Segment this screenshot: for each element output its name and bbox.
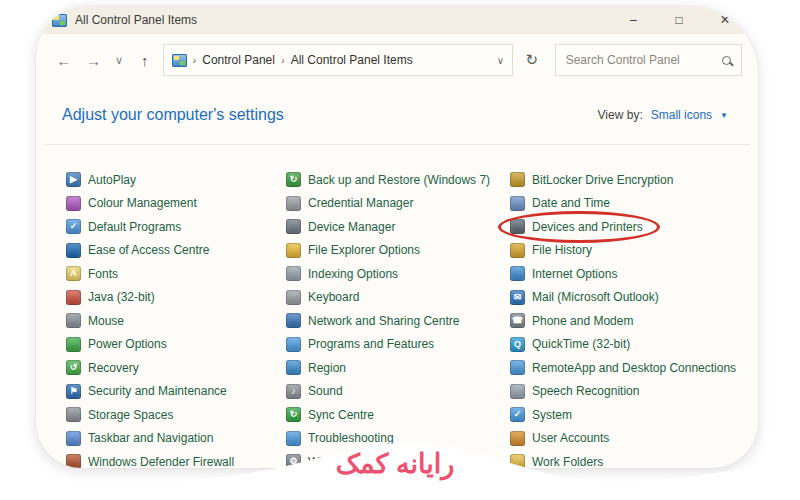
backup-restore-icon: ↻ (286, 172, 301, 187)
control-panel-item[interactable]: ↻Back up and Restore (Windows 7) (286, 172, 510, 187)
control-panel-item[interactable]: ✉Mail (Microsoft Outlook) (510, 290, 736, 305)
search-icon[interactable] (722, 56, 731, 65)
control-panel-item[interactable]: QQuickTime (32-bit) (510, 337, 736, 352)
navigation-bar: ← → ∨ ↑ › Control Panel › All Control Pa… (36, 40, 758, 80)
breadcrumb-all-items[interactable]: All Control Panel Items (291, 53, 413, 67)
close-button[interactable]: × (702, 6, 748, 34)
ease-of-access-icon (66, 243, 81, 258)
control-panel-item[interactable]: ☎Phone and Modem (510, 313, 736, 328)
item-label: Default Programs (88, 220, 181, 234)
network-sharing-icon (286, 313, 301, 328)
item-label: Internet Options (532, 267, 617, 281)
devices-printers-icon (510, 219, 525, 234)
control-panel-item[interactable]: ✓Default Programs (66, 219, 286, 234)
region-icon (286, 360, 301, 375)
search-input[interactable] (566, 53, 722, 67)
control-panel-item[interactable]: Mouse (66, 313, 286, 328)
chevron-down-icon[interactable]: ▼ (720, 111, 728, 120)
item-label: File History (532, 243, 592, 257)
control-panel-item[interactable]: Region (286, 360, 510, 375)
view-by-label: View by: (598, 108, 643, 122)
control-panel-item[interactable]: Credential Manager (286, 196, 510, 211)
device-manager-icon (286, 219, 301, 234)
control-panel-item[interactable]: ♪Sound (286, 384, 510, 399)
item-label: Speech Recognition (532, 384, 639, 398)
back-button[interactable]: ← (52, 52, 76, 69)
power-options-icon (66, 337, 81, 352)
control-panel-item[interactable]: Ease of Access Centre (66, 243, 286, 258)
breadcrumb-control-panel[interactable]: Control Panel (202, 53, 275, 67)
control-panel-item[interactable]: Programs and Features (286, 337, 510, 352)
control-panel-item[interactable]: File Explorer Options (286, 243, 510, 258)
control-panel-item[interactable]: Indexing Options (286, 266, 510, 281)
keyboard-icon (286, 290, 301, 305)
item-label: Network and Sharing Centre (308, 314, 459, 328)
control-panel-item[interactable]: Devices and Printers (510, 219, 736, 234)
control-panel-item[interactable]: File History (510, 243, 736, 258)
up-button[interactable]: ↑ (133, 52, 157, 69)
page-title: Adjust your computer's settings (62, 106, 284, 124)
control-panel-item[interactable]: ▶AutoPlay (66, 172, 286, 187)
header-divider (44, 144, 750, 145)
item-label: Power Options (88, 337, 167, 351)
item-label: Security and Maintenance (88, 384, 227, 398)
speech-recognition-icon (510, 384, 525, 399)
item-label: AutoPlay (88, 173, 136, 187)
view-by-value[interactable]: Small icons (651, 108, 712, 122)
file-explorer-options-icon (286, 243, 301, 258)
breadcrumb-dropdown-icon[interactable]: ∨ (497, 55, 504, 66)
control-panel-item[interactable]: RemoteApp and Desktop Connections (510, 360, 736, 375)
item-label: Phone and Modem (532, 314, 633, 328)
java-icon (66, 290, 81, 305)
control-panel-item[interactable]: Network and Sharing Centre (286, 313, 510, 328)
item-label: Recovery (88, 361, 139, 375)
internet-options-icon (510, 266, 525, 281)
item-label: BitLocker Drive Encryption (532, 173, 673, 187)
forward-button[interactable]: → (82, 52, 106, 69)
maximize-button[interactable]: □ (656, 6, 702, 34)
item-label: File Explorer Options (308, 243, 420, 257)
breadcrumb[interactable]: › Control Panel › All Control Panel Item… (163, 44, 514, 76)
item-label: Credential Manager (308, 196, 413, 210)
item-label: Sound (308, 384, 343, 398)
item-label: Ease of Access Centre (88, 243, 209, 257)
history-dropdown-icon[interactable]: ∨ (111, 54, 127, 67)
item-label: Colour Management (88, 196, 197, 210)
control-panel-item[interactable]: Speech Recognition (510, 384, 736, 399)
security-maintenance-icon: ⚑ (66, 384, 81, 399)
autoplay-icon: ▶ (66, 172, 81, 187)
control-panel-item[interactable]: Keyboard (286, 290, 510, 305)
sound-icon: ♪ (286, 384, 301, 399)
item-label: Region (308, 361, 346, 375)
minimize-button[interactable]: − (610, 6, 656, 34)
item-label: RemoteApp and Desktop Connections (532, 361, 736, 375)
control-panel-icon (172, 54, 187, 67)
item-label: QuickTime (32-bit) (532, 337, 630, 351)
breadcrumb-separator: › (281, 54, 285, 66)
item-label: Programs and Features (308, 337, 434, 351)
control-panel-item[interactable]: Device Manager (286, 219, 510, 234)
control-panel-item[interactable]: ↺Recovery (66, 360, 286, 375)
control-panel-item[interactable]: Colour Management (66, 196, 286, 211)
item-label: Devices and Printers (532, 220, 643, 234)
control-panel-item[interactable]: Date and Time (510, 196, 736, 211)
window-title: All Control Panel Items (75, 13, 610, 27)
watermark-logo: رایانه کمک (300, 448, 490, 480)
default-programs-icon: ✓ (66, 219, 81, 234)
file-history-icon (510, 243, 525, 258)
breadcrumb-separator: › (193, 54, 197, 66)
control-panel-item[interactable]: BitLocker Drive Encryption (510, 172, 736, 187)
control-panel-item[interactable]: Java (32-bit) (66, 290, 286, 305)
search-box (555, 44, 742, 76)
control-panel-item[interactable]: Power Options (66, 337, 286, 352)
item-label: Device Manager (308, 220, 395, 234)
control-panel-item[interactable]: Internet Options (510, 266, 736, 281)
control-panel-item[interactable]: AFonts (66, 266, 286, 281)
control-panel-item[interactable]: ⚑Security and Maintenance (66, 384, 286, 399)
item-label: Java (32-bit) (88, 290, 155, 304)
mail-icon: ✉ (510, 290, 525, 305)
colour-management-icon (66, 196, 81, 211)
refresh-icon[interactable]: ↻ (519, 51, 545, 69)
view-by-dropdown[interactable]: View by: Small icons ▼ (598, 108, 728, 122)
control-panel-icon (52, 14, 67, 27)
